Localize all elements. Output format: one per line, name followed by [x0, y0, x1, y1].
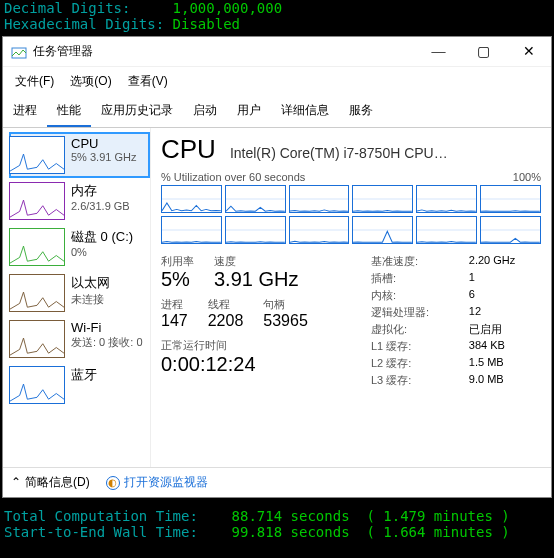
tabbar: 进程 性能 应用历史记录 启动 用户 详细信息 服务: [3, 96, 551, 128]
info-value: 12: [469, 305, 541, 320]
sidebar[interactable]: CPU5% 3.91 GHz 内存2.6/31.9 GB 磁盘 0 (C:)0%…: [3, 128, 151, 467]
sidebar-item-label: 内存: [71, 182, 130, 200]
menu-view[interactable]: 查看(V): [124, 71, 172, 92]
sidebar-item-label: CPU: [71, 136, 136, 151]
sidebar-item-label: 以太网: [71, 274, 110, 292]
core-chart-cell: [416, 185, 477, 213]
fewer-details-button[interactable]: ⌃简略信息(D): [11, 474, 90, 491]
term-hex-label: Hexadecimal Digits:: [4, 16, 173, 32]
info-key: L2 缓存:: [371, 356, 455, 371]
sidebar-item-sub: 2.6/31.9 GB: [71, 200, 130, 212]
sidebar-item-cpu[interactable]: CPU5% 3.91 GHz: [9, 132, 150, 178]
detail-pane: CPU Intel(R) Core(TM) i7-8750H CPU… % Ut…: [151, 128, 551, 467]
info-key: 内核:: [371, 288, 455, 303]
info-key: L1 缓存:: [371, 339, 455, 354]
close-button[interactable]: ✕: [506, 37, 551, 67]
info-key: 插槽:: [371, 271, 455, 286]
footer: ⌃简略信息(D) ◐打开资源监视器: [3, 467, 551, 497]
svg-rect-0: [12, 48, 26, 58]
info-value: 1: [469, 271, 541, 286]
core-chart-cell: [416, 216, 477, 244]
sidebar-item-sub: 发送: 0 接收: 0: [71, 335, 143, 350]
tab-performance[interactable]: 性能: [47, 96, 91, 127]
info-value: 6: [469, 288, 541, 303]
sidebar-item-label: 蓝牙: [71, 366, 97, 384]
sidebar-item-wi-fi[interactable]: Wi-Fi发送: 0 接收: 0: [9, 316, 150, 362]
info-value: 1.5 MB: [469, 356, 541, 371]
app-icon: [11, 44, 27, 60]
sidebar-thumb-icon: [9, 136, 65, 174]
chart-caption-right: 100%: [513, 171, 541, 183]
term-hex-value: Disabled: [173, 16, 240, 32]
core-chart-cell: [289, 185, 350, 213]
uptime-label: 正常运行时间: [161, 338, 371, 353]
speed-label: 速度: [214, 254, 298, 269]
sidebar-item-磁盘 0 (c:)[interactable]: 磁盘 0 (C:)0%: [9, 224, 150, 270]
tab-services[interactable]: 服务: [339, 96, 383, 127]
sidebar-item-sub: 0%: [71, 246, 133, 258]
core-chart-cell: [161, 185, 222, 213]
term-comp-label: Total Computation Time:: [4, 508, 232, 524]
sidebar-item-以太网[interactable]: 以太网未连接: [9, 270, 150, 316]
menu-options[interactable]: 选项(O): [66, 71, 115, 92]
core-chart-cell: [161, 216, 222, 244]
info-value: 已启用: [469, 322, 541, 337]
sidebar-thumb-icon: [9, 182, 65, 220]
thread-label: 线程: [208, 297, 244, 312]
proc-value: 147: [161, 312, 188, 330]
info-value: 384 KB: [469, 339, 541, 354]
sidebar-item-label: Wi-Fi: [71, 320, 143, 335]
maximize-button[interactable]: ▢: [461, 37, 506, 67]
info-key: L3 缓存:: [371, 373, 455, 388]
info-key: 基准速度:: [371, 254, 455, 269]
term-wall-value: 99.818 seconds ( 1.664 minutes ): [232, 524, 510, 540]
proc-label: 进程: [161, 297, 188, 312]
sidebar-item-label: 磁盘 0 (C:): [71, 228, 133, 246]
menu-file[interactable]: 文件(F): [11, 71, 58, 92]
sidebar-thumb-icon: [9, 320, 65, 358]
handle-label: 句柄: [263, 297, 308, 312]
chevron-up-icon: ⌃: [11, 475, 21, 489]
sidebar-item-sub: 未连接: [71, 292, 110, 307]
speed-value: 3.91 GHz: [214, 268, 298, 291]
sidebar-item-内存[interactable]: 内存2.6/31.9 GB: [9, 178, 150, 224]
uptime-value: 0:00:12:24: [161, 353, 371, 376]
core-chart-cell: [480, 216, 541, 244]
resmon-icon: ◐: [106, 476, 120, 490]
tab-processes[interactable]: 进程: [3, 96, 47, 127]
cpu-info-table: 基准速度:2.20 GHz插槽:1内核:6逻辑处理器:12虚拟化:已启用L1 缓…: [371, 254, 541, 388]
titlebar[interactable]: 任务管理器 — ▢ ✕: [3, 37, 551, 67]
term-dec-label: Decimal Digits:: [4, 0, 173, 16]
minimize-button[interactable]: —: [416, 37, 461, 67]
window-title: 任务管理器: [33, 43, 416, 60]
core-chart-cell: [480, 185, 541, 213]
info-value: 2.20 GHz: [469, 254, 541, 269]
open-resmon-link[interactable]: ◐打开资源监视器: [106, 474, 208, 491]
terminal-top: Decimal Digits: 1,000,000,000 Hexadecima…: [0, 0, 554, 32]
core-chart-cell: [352, 216, 413, 244]
core-chart-cell: [225, 216, 286, 244]
tab-users[interactable]: 用户: [227, 96, 271, 127]
menubar: 文件(F) 选项(O) 查看(V): [3, 67, 551, 96]
terminal-bottom: Total Computation Time: 88.714 seconds (…: [0, 508, 554, 540]
core-chart-cell: [225, 185, 286, 213]
core-chart-cell: [289, 216, 350, 244]
sidebar-item-蓝牙[interactable]: 蓝牙: [9, 362, 150, 408]
tab-history[interactable]: 应用历史记录: [91, 96, 183, 127]
cpu-full-name: Intel(R) Core(TM) i7-8750H CPU…: [230, 145, 541, 161]
term-dec-value: 1,000,000,000: [173, 0, 283, 16]
thread-value: 2208: [208, 312, 244, 330]
chart-caption-left: % Utilization over 60 seconds: [161, 171, 305, 183]
task-manager-window: 任务管理器 — ▢ ✕ 文件(F) 选项(O) 查看(V) 进程 性能 应用历史…: [2, 36, 552, 498]
tab-details[interactable]: 详细信息: [271, 96, 339, 127]
sidebar-thumb-icon: [9, 274, 65, 312]
util-value: 5%: [161, 268, 194, 291]
util-label: 利用率: [161, 254, 194, 269]
cores-chart-grid[interactable]: [161, 185, 541, 244]
core-chart-cell: [352, 185, 413, 213]
sidebar-item-sub: 5% 3.91 GHz: [71, 151, 136, 163]
term-comp-value: 88.714 seconds ( 1.479 minutes ): [232, 508, 510, 524]
cpu-heading: CPU: [161, 134, 216, 165]
handle-value: 53965: [263, 312, 308, 330]
tab-startup[interactable]: 启动: [183, 96, 227, 127]
